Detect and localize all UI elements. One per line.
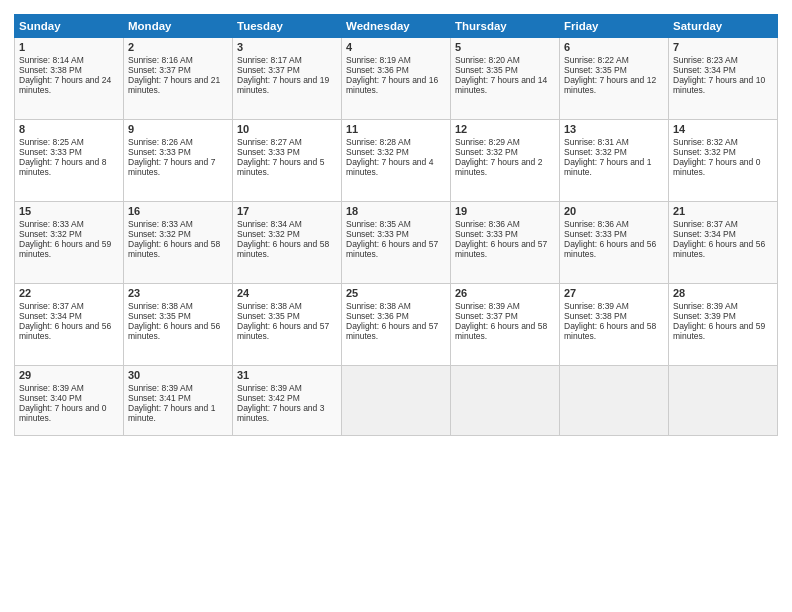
day-number: 26 [455, 287, 555, 299]
day-number: 7 [673, 41, 773, 53]
calendar-cell: 24Sunrise: 8:38 AMSunset: 3:35 PMDayligh… [233, 284, 342, 366]
sunset-text: Sunset: 3:41 PM [128, 393, 228, 403]
calendar-cell: 20Sunrise: 8:36 AMSunset: 3:33 PMDayligh… [560, 202, 669, 284]
calendar-cell: 8Sunrise: 8:25 AMSunset: 3:33 PMDaylight… [15, 120, 124, 202]
calendar-cell [342, 366, 451, 436]
sunset-text: Sunset: 3:32 PM [128, 229, 228, 239]
daylight-text: Daylight: 7 hours and 7 minutes. [128, 157, 228, 177]
sunrise-text: Sunrise: 8:27 AM [237, 137, 337, 147]
daylight-text: Daylight: 7 hours and 5 minutes. [237, 157, 337, 177]
daylight-text: Daylight: 6 hours and 57 minutes. [346, 239, 446, 259]
sunrise-text: Sunrise: 8:38 AM [237, 301, 337, 311]
daylight-text: Daylight: 6 hours and 59 minutes. [673, 321, 773, 341]
calendar-cell: 19Sunrise: 8:36 AMSunset: 3:33 PMDayligh… [451, 202, 560, 284]
sunset-text: Sunset: 3:35 PM [564, 65, 664, 75]
sunrise-text: Sunrise: 8:38 AM [346, 301, 446, 311]
calendar-cell [451, 366, 560, 436]
sunrise-text: Sunrise: 8:39 AM [237, 383, 337, 393]
sunrise-text: Sunrise: 8:33 AM [19, 219, 119, 229]
sunset-text: Sunset: 3:34 PM [673, 229, 773, 239]
daylight-text: Daylight: 6 hours and 57 minutes. [455, 239, 555, 259]
sunrise-text: Sunrise: 8:37 AM [673, 219, 773, 229]
sunset-text: Sunset: 3:39 PM [673, 311, 773, 321]
daylight-text: Daylight: 6 hours and 58 minutes. [455, 321, 555, 341]
calendar-cell: 31Sunrise: 8:39 AMSunset: 3:42 PMDayligh… [233, 366, 342, 436]
sunset-text: Sunset: 3:33 PM [19, 147, 119, 157]
sunset-text: Sunset: 3:33 PM [564, 229, 664, 239]
day-header-friday: Friday [560, 15, 669, 38]
sunrise-text: Sunrise: 8:14 AM [19, 55, 119, 65]
daylight-text: Daylight: 6 hours and 58 minutes. [564, 321, 664, 341]
daylight-text: Daylight: 7 hours and 16 minutes. [346, 75, 446, 95]
calendar-cell: 15Sunrise: 8:33 AMSunset: 3:32 PMDayligh… [15, 202, 124, 284]
day-header-thursday: Thursday [451, 15, 560, 38]
day-number: 14 [673, 123, 773, 135]
sunrise-text: Sunrise: 8:32 AM [673, 137, 773, 147]
sunrise-text: Sunrise: 8:38 AM [128, 301, 228, 311]
sunrise-text: Sunrise: 8:39 AM [128, 383, 228, 393]
sunset-text: Sunset: 3:32 PM [237, 229, 337, 239]
sunset-text: Sunset: 3:37 PM [455, 311, 555, 321]
calendar-cell: 12Sunrise: 8:29 AMSunset: 3:32 PMDayligh… [451, 120, 560, 202]
day-number: 2 [128, 41, 228, 53]
sunset-text: Sunset: 3:42 PM [237, 393, 337, 403]
calendar-cell [560, 366, 669, 436]
day-number: 17 [237, 205, 337, 217]
sunset-text: Sunset: 3:35 PM [455, 65, 555, 75]
sunrise-text: Sunrise: 8:29 AM [455, 137, 555, 147]
sunset-text: Sunset: 3:32 PM [346, 147, 446, 157]
sunset-text: Sunset: 3:35 PM [237, 311, 337, 321]
sunset-text: Sunset: 3:34 PM [19, 311, 119, 321]
sunset-text: Sunset: 3:36 PM [346, 311, 446, 321]
daylight-text: Daylight: 7 hours and 19 minutes. [237, 75, 337, 95]
sunset-text: Sunset: 3:33 PM [455, 229, 555, 239]
calendar-cell: 27Sunrise: 8:39 AMSunset: 3:38 PMDayligh… [560, 284, 669, 366]
day-number: 27 [564, 287, 664, 299]
daylight-text: Daylight: 6 hours and 56 minutes. [673, 239, 773, 259]
day-number: 31 [237, 369, 337, 381]
day-number: 22 [19, 287, 119, 299]
sunrise-text: Sunrise: 8:23 AM [673, 55, 773, 65]
calendar-cell: 13Sunrise: 8:31 AMSunset: 3:32 PMDayligh… [560, 120, 669, 202]
day-number: 8 [19, 123, 119, 135]
sunrise-text: Sunrise: 8:25 AM [19, 137, 119, 147]
daylight-text: Daylight: 7 hours and 3 minutes. [237, 403, 337, 423]
day-number: 24 [237, 287, 337, 299]
calendar-cell: 23Sunrise: 8:38 AMSunset: 3:35 PMDayligh… [124, 284, 233, 366]
day-number: 12 [455, 123, 555, 135]
day-number: 28 [673, 287, 773, 299]
calendar-cell: 17Sunrise: 8:34 AMSunset: 3:32 PMDayligh… [233, 202, 342, 284]
daylight-text: Daylight: 7 hours and 4 minutes. [346, 157, 446, 177]
day-number: 13 [564, 123, 664, 135]
day-header-sunday: Sunday [15, 15, 124, 38]
sunrise-text: Sunrise: 8:39 AM [564, 301, 664, 311]
day-number: 10 [237, 123, 337, 135]
day-number: 3 [237, 41, 337, 53]
sunrise-text: Sunrise: 8:39 AM [673, 301, 773, 311]
sunset-text: Sunset: 3:37 PM [128, 65, 228, 75]
sunset-text: Sunset: 3:34 PM [673, 65, 773, 75]
sunrise-text: Sunrise: 8:17 AM [237, 55, 337, 65]
day-header-tuesday: Tuesday [233, 15, 342, 38]
day-number: 16 [128, 205, 228, 217]
sunset-text: Sunset: 3:37 PM [237, 65, 337, 75]
calendar-cell: 18Sunrise: 8:35 AMSunset: 3:33 PMDayligh… [342, 202, 451, 284]
daylight-text: Daylight: 7 hours and 2 minutes. [455, 157, 555, 177]
calendar-cell: 10Sunrise: 8:27 AMSunset: 3:33 PMDayligh… [233, 120, 342, 202]
sunrise-text: Sunrise: 8:28 AM [346, 137, 446, 147]
calendar-cell: 11Sunrise: 8:28 AMSunset: 3:32 PMDayligh… [342, 120, 451, 202]
calendar-cell: 9Sunrise: 8:26 AMSunset: 3:33 PMDaylight… [124, 120, 233, 202]
day-number: 18 [346, 205, 446, 217]
calendar-cell: 3Sunrise: 8:17 AMSunset: 3:37 PMDaylight… [233, 38, 342, 120]
day-header-wednesday: Wednesday [342, 15, 451, 38]
sunset-text: Sunset: 3:33 PM [128, 147, 228, 157]
daylight-text: Daylight: 7 hours and 10 minutes. [673, 75, 773, 95]
sunset-text: Sunset: 3:33 PM [237, 147, 337, 157]
calendar-cell: 14Sunrise: 8:32 AMSunset: 3:32 PMDayligh… [669, 120, 778, 202]
calendar-cell: 7Sunrise: 8:23 AMSunset: 3:34 PMDaylight… [669, 38, 778, 120]
daylight-text: Daylight: 6 hours and 58 minutes. [237, 239, 337, 259]
day-number: 25 [346, 287, 446, 299]
sunset-text: Sunset: 3:32 PM [455, 147, 555, 157]
sunset-text: Sunset: 3:35 PM [128, 311, 228, 321]
daylight-text: Daylight: 6 hours and 56 minutes. [564, 239, 664, 259]
